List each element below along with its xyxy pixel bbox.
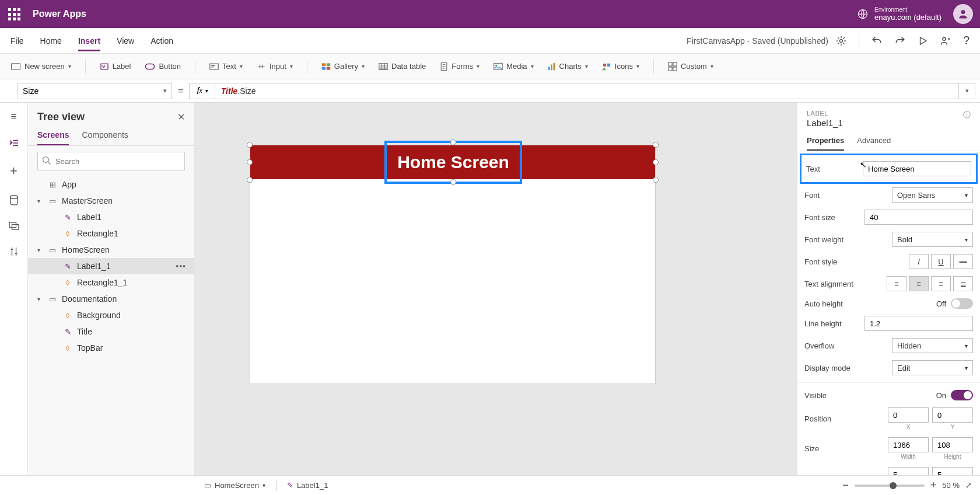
prop-font-select[interactable]: Open Sans▾ — [892, 187, 973, 203]
new-screen-button[interactable]: New screen ▾ — [10, 62, 71, 71]
tree-node-masterscreen[interactable]: ▾ ▭ MasterScreen — [28, 193, 194, 209]
size-w-input[interactable] — [888, 437, 929, 452]
fx-button[interactable]: fx ▾ — [189, 83, 214, 99]
pos-x-input[interactable] — [888, 407, 929, 423]
menu-insert[interactable]: Insert — [78, 30, 100, 51]
insert-label-text: Label — [113, 62, 131, 71]
visible-toggle[interactable] — [951, 390, 973, 400]
pos-y-input[interactable] — [932, 407, 973, 423]
app-header: Power Apps Environment enayu.com (defaul… — [0, 0, 980, 28]
prop-overflow-select[interactable]: Hidden▾ — [892, 338, 973, 353]
help-icon[interactable]: ⓘ — [963, 110, 971, 120]
more-icon[interactable]: ••• — [176, 262, 190, 271]
label-control-selected[interactable]: Home Screen — [384, 141, 522, 184]
tree-search-input[interactable] — [37, 152, 185, 170]
insert-forms-menu[interactable]: Forms▾ — [440, 62, 480, 71]
add-icon[interactable]: + — [10, 163, 18, 179]
fit-screen-icon[interactable]: ⤢ — [965, 481, 972, 490]
prop-lineheight-input[interactable] — [864, 316, 973, 331]
share-icon[interactable] — [940, 35, 951, 47]
chevron-down-icon[interactable]: ▾ — [37, 198, 43, 204]
formula-input[interactable]: Title.Size — [215, 83, 959, 99]
zoom-out-button[interactable]: − — [842, 479, 849, 491]
insert-datatable-button[interactable]: Data table — [379, 62, 426, 71]
formula-expand-button[interactable]: ▾ — [959, 83, 975, 99]
insert-label-button[interactable]: Label — [100, 62, 131, 71]
redo-icon[interactable] — [894, 35, 906, 47]
user-avatar[interactable] — [953, 4, 973, 24]
breadcrumb-element[interactable]: ✎ Label1_1 — [287, 481, 328, 490]
tree-node-label1-1[interactable]: ✎ Label1_1 ••• — [28, 258, 194, 274]
hamburger-icon[interactable]: ≡ — [11, 111, 17, 123]
app-checker-icon[interactable] — [835, 35, 847, 47]
align-center-button[interactable]: ≡ — [909, 276, 929, 291]
strikethrough-button[interactable]: — — [953, 254, 973, 269]
help-icon[interactable]: ? — [963, 34, 970, 47]
tree-node-documentation[interactable]: ▾ ▭ Documentation — [28, 291, 194, 307]
tree-node-rectangle1-1[interactable]: ◊ Rectangle1_1 — [28, 274, 194, 291]
breadcrumb-screen[interactable]: ▭ HomeScreen ▾ — [204, 481, 265, 490]
tree-node-topbar[interactable]: ◊ TopBar — [28, 340, 194, 356]
tree-node-app[interactable]: ⊞ App — [28, 176, 194, 193]
tree-view-icon[interactable] — [9, 139, 19, 147]
autoheight-toggle[interactable] — [951, 298, 973, 309]
tree-node-homescreen[interactable]: ▾ ▭ HomeScreen — [28, 242, 194, 258]
tree-node-rectangle1[interactable]: ◊ Rectangle1 — [28, 225, 194, 242]
tools-icon[interactable] — [9, 246, 19, 257]
tab-components[interactable]: Components — [82, 130, 128, 145]
property-selector[interactable]: Size ▾ — [18, 83, 172, 99]
prop-align-row: Text alignment ≡ ≡ ≡ ≣ — [797, 273, 980, 295]
prop-displaymode-row: Display mode Edit▾ — [797, 357, 980, 379]
prop-displaymode-select[interactable]: Edit▾ — [892, 360, 973, 375]
pad-top-input[interactable] — [888, 467, 929, 475]
play-icon[interactable] — [918, 36, 928, 46]
data-icon[interactable] — [9, 195, 19, 205]
tab-screens[interactable]: Screens — [37, 130, 69, 145]
menu-action[interactable]: Action — [150, 30, 173, 51]
align-justify-button[interactable]: ≣ — [953, 276, 973, 291]
prop-lineheight-row: Line height — [797, 312, 980, 334]
size-h-input[interactable] — [932, 437, 973, 452]
insert-media-menu[interactable]: Media▾ — [494, 62, 533, 71]
prop-text-input[interactable] — [863, 161, 971, 176]
design-canvas[interactable]: Home Screen — [195, 103, 797, 475]
undo-icon[interactable] — [871, 35, 883, 47]
insert-custom-menu[interactable]: Custom▾ — [668, 62, 713, 71]
menu-file[interactable]: File — [10, 30, 24, 51]
menu-home[interactable]: Home — [40, 30, 62, 51]
tree-node-title[interactable]: ✎ Title — [28, 323, 194, 340]
screen-artboard[interactable]: Home Screen — [250, 145, 656, 384]
tab-properties[interactable]: Properties — [807, 136, 844, 151]
insert-gallery-menu[interactable]: Gallery▾ — [321, 62, 365, 71]
media-pane-icon[interactable] — [9, 222, 19, 230]
italic-button[interactable]: I — [909, 254, 929, 269]
tab-advanced[interactable]: Advanced — [857, 136, 891, 151]
close-icon[interactable]: ✕ — [177, 111, 185, 123]
menu-view[interactable]: View — [117, 30, 134, 51]
insert-button-button[interactable]: Button — [145, 62, 181, 71]
environment-picker[interactable]: Environment enayu.com (default) — [857, 6, 942, 22]
svg-rect-12 — [327, 67, 330, 69]
prop-font-row: Font Open Sans▾ — [797, 184, 980, 206]
insert-input-menu[interactable]: Input▾ — [257, 62, 293, 71]
zoom-in-button[interactable]: + — [930, 479, 937, 491]
chevron-down-icon[interactable]: ▾ — [37, 296, 43, 302]
insert-text-menu[interactable]: Text▾ — [209, 62, 243, 71]
align-left-button[interactable]: ≡ — [887, 276, 907, 291]
insert-icons-menu[interactable]: Icons▾ — [602, 62, 639, 71]
zoom-slider[interactable] — [855, 484, 925, 487]
search-icon — [42, 156, 51, 165]
tree-node-label1[interactable]: ✎ Label1 — [28, 209, 194, 225]
svg-rect-23 — [668, 62, 672, 65]
align-right-button[interactable]: ≡ — [931, 276, 951, 291]
screen-icon: ▭ — [204, 481, 211, 490]
chevron-down-icon[interactable]: ▾ — [37, 247, 43, 253]
prop-weight-select[interactable]: Bold▾ — [892, 232, 973, 247]
svg-rect-11 — [322, 67, 326, 69]
underline-button[interactable]: U — [931, 254, 951, 269]
pad-bottom-input[interactable] — [932, 467, 973, 475]
tree-node-background[interactable]: ◊ Background — [28, 307, 194, 323]
waffle-icon[interactable] — [7, 7, 21, 21]
prop-fontsize-input[interactable] — [864, 210, 973, 225]
insert-charts-menu[interactable]: Charts▾ — [548, 62, 588, 71]
